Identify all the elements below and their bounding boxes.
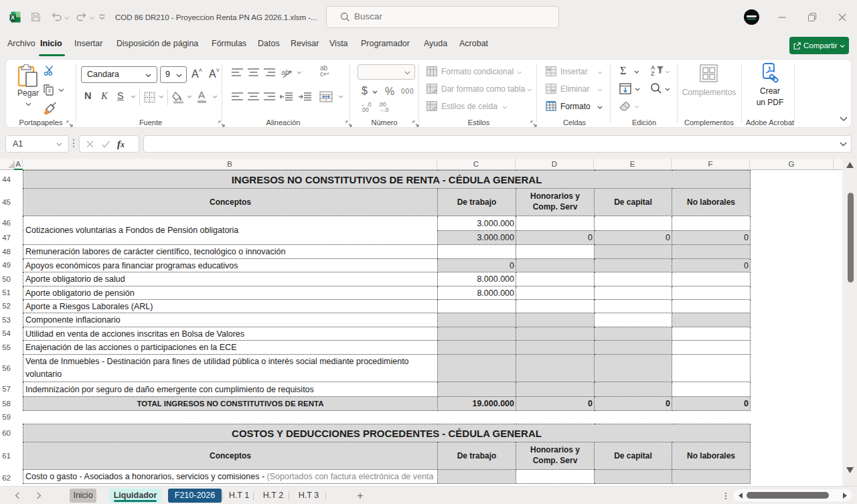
svg-text:ab: ab [281, 68, 289, 76]
svg-text:X: X [11, 14, 15, 21]
